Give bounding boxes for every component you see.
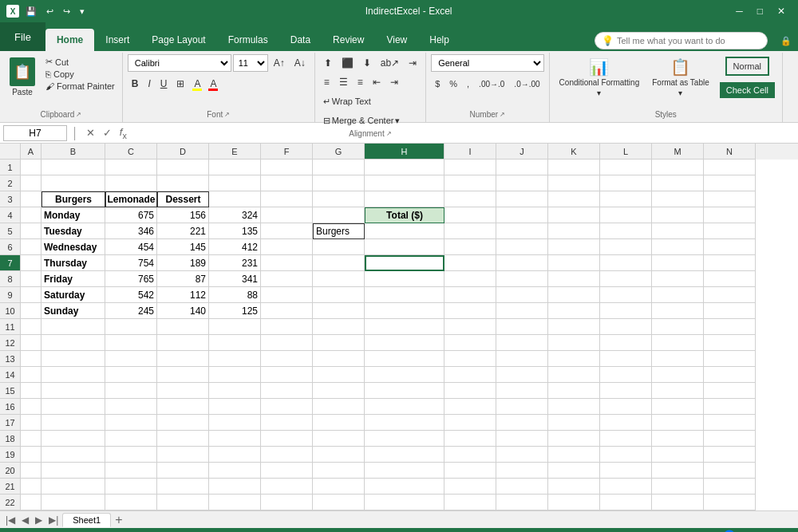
- cell-D22[interactable]: [157, 495, 209, 510]
- cell-B10[interactable]: Sunday: [41, 303, 105, 319]
- cell-N15[interactable]: [704, 383, 756, 399]
- col-header-F[interactable]: F: [261, 144, 313, 160]
- cell-D10[interactable]: 140: [157, 303, 209, 319]
- cell-J12[interactable]: [496, 335, 548, 351]
- align-top-button[interactable]: ⬆: [320, 54, 336, 72]
- minimize-button[interactable]: ─: [729, 2, 749, 20]
- cell-M4[interactable]: [652, 207, 704, 223]
- col-header-L[interactable]: L: [600, 144, 652, 160]
- row-header-17[interactable]: 17: [0, 415, 21, 431]
- cell-H21[interactable]: [365, 479, 444, 495]
- cell-D18[interactable]: [157, 431, 209, 447]
- cell-G3[interactable]: [313, 191, 365, 207]
- cell-N14[interactable]: [704, 367, 756, 383]
- cell-L5[interactable]: [600, 223, 652, 239]
- cell-E6[interactable]: 412: [209, 239, 261, 255]
- cell-I2[interactable]: [444, 175, 496, 191]
- cell-F20[interactable]: [261, 463, 313, 479]
- bold-button[interactable]: B: [128, 75, 143, 93]
- cell-B7[interactable]: Thursday: [41, 255, 105, 271]
- cell-K12[interactable]: [548, 335, 600, 351]
- cell-L12[interactable]: [600, 335, 652, 351]
- col-header-I[interactable]: I: [444, 144, 496, 160]
- cell-G14[interactable]: [313, 367, 365, 383]
- cell-K16[interactable]: [548, 399, 600, 415]
- cell-A4[interactable]: [21, 207, 41, 223]
- cell-A14[interactable]: [21, 367, 41, 383]
- cell-L15[interactable]: [600, 383, 652, 399]
- col-header-M[interactable]: M: [652, 144, 704, 160]
- cell-K3[interactable]: [548, 191, 600, 207]
- col-header-K[interactable]: K: [548, 144, 600, 160]
- cell-K13[interactable]: [548, 351, 600, 367]
- cell-F6[interactable]: [261, 239, 313, 255]
- cell-G4[interactable]: [313, 207, 365, 223]
- align-right-button[interactable]: ≡: [354, 73, 367, 91]
- redo-button[interactable]: ↪: [60, 5, 73, 18]
- maximize-button[interactable]: □: [751, 2, 769, 20]
- cell-H2[interactable]: [365, 175, 444, 191]
- row-header-4[interactable]: 4: [0, 207, 21, 223]
- cell-D14[interactable]: [157, 367, 209, 383]
- percent-button[interactable]: %: [445, 75, 461, 93]
- row-header-5[interactable]: 5: [0, 223, 21, 239]
- cell-N8[interactable]: [704, 271, 756, 287]
- format-painter-button[interactable]: 🖌 Format Painter: [43, 81, 117, 92]
- sheet-nav-last[interactable]: ▶|: [46, 514, 61, 526]
- cell-H5[interactable]: [365, 223, 444, 239]
- customize-qat-button[interactable]: ▾: [77, 5, 88, 18]
- align-bottom-button[interactable]: ⬇: [359, 54, 375, 72]
- cell-F2[interactable]: [261, 175, 313, 191]
- cell-B15[interactable]: [41, 383, 105, 399]
- cell-F18[interactable]: [261, 431, 313, 447]
- cell-F3[interactable]: [261, 191, 313, 207]
- cell-F11[interactable]: [261, 319, 313, 335]
- cell-A15[interactable]: [21, 383, 41, 399]
- cell-N12[interactable]: [704, 335, 756, 351]
- cell-A22[interactable]: [21, 495, 41, 510]
- cell-L21[interactable]: [600, 479, 652, 495]
- wrap-text-button[interactable]: ↵ Wrap Text: [320, 93, 374, 110]
- row-header-13[interactable]: 13: [0, 351, 21, 367]
- tab-home[interactable]: Home: [45, 29, 94, 51]
- cell-F19[interactable]: [261, 447, 313, 463]
- cell-C17[interactable]: [105, 415, 157, 431]
- cell-N9[interactable]: [704, 287, 756, 303]
- cell-B17[interactable]: [41, 415, 105, 431]
- increase-decimal-button[interactable]: .0→.00: [510, 75, 543, 93]
- cell-K15[interactable]: [548, 383, 600, 399]
- cell-D7[interactable]: 189: [157, 255, 209, 271]
- sheet-nav-next[interactable]: ▶: [33, 514, 45, 526]
- cell-C19[interactable]: [105, 447, 157, 463]
- cell-J1[interactable]: [496, 160, 548, 175]
- cell-I15[interactable]: [444, 383, 496, 399]
- tell-me-bar[interactable]: 💡: [595, 32, 768, 49]
- cell-A3[interactable]: [21, 191, 41, 207]
- cell-L2[interactable]: [600, 175, 652, 191]
- cell-D20[interactable]: [157, 463, 209, 479]
- cell-B3[interactable]: Burgers: [41, 191, 105, 207]
- cell-K2[interactable]: [548, 175, 600, 191]
- cell-E11[interactable]: [209, 319, 261, 335]
- cell-J19[interactable]: [496, 447, 548, 463]
- cell-F13[interactable]: [261, 351, 313, 367]
- cell-N3[interactable]: [704, 191, 756, 207]
- cell-B16[interactable]: [41, 399, 105, 415]
- increase-indent-button[interactable]: ⇥: [405, 54, 421, 72]
- align-middle-button[interactable]: ⬛: [338, 54, 358, 72]
- cell-J5[interactable]: [496, 223, 548, 239]
- formula-input[interactable]: [132, 125, 795, 141]
- cell-F16[interactable]: [261, 399, 313, 415]
- cell-M5[interactable]: [652, 223, 704, 239]
- cell-M22[interactable]: [652, 495, 704, 510]
- cell-I20[interactable]: [444, 463, 496, 479]
- cell-G21[interactable]: [313, 479, 365, 495]
- col-header-C[interactable]: C: [105, 144, 157, 160]
- cell-M10[interactable]: [652, 303, 704, 319]
- cell-L19[interactable]: [600, 447, 652, 463]
- formula-fx-button[interactable]: fx: [117, 126, 129, 140]
- cell-I1[interactable]: [444, 160, 496, 175]
- decrease-indent-button[interactable]: ⇤: [369, 73, 385, 91]
- italic-button[interactable]: I: [144, 75, 154, 93]
- format-as-table-dropdown-icon[interactable]: ▾: [678, 89, 682, 97]
